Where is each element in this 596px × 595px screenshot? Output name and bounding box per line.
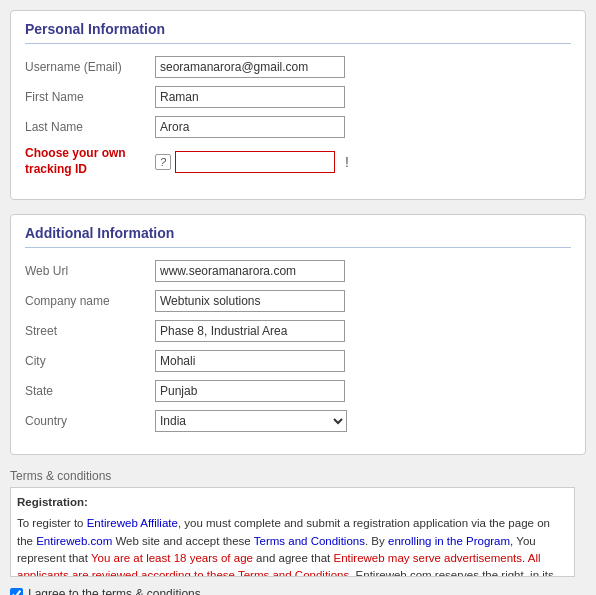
tracking-input[interactable] xyxy=(175,151,335,173)
firstname-row: First Name xyxy=(25,86,571,108)
street-label: Street xyxy=(25,324,155,338)
country-row: Country India USA UK Canada Australia xyxy=(25,410,571,432)
state-label: State xyxy=(25,384,155,398)
username-row: Username (Email) xyxy=(25,56,571,78)
terms-section: Terms & conditions Registration: To regi… xyxy=(10,469,586,577)
lastname-row: Last Name xyxy=(25,116,571,138)
terms-section-label: Terms & conditions xyxy=(10,469,586,483)
weburl-label: Web Url xyxy=(25,264,155,278)
username-label: Username (Email) xyxy=(25,60,155,74)
city-label: City xyxy=(25,354,155,368)
weburl-row: Web Url xyxy=(25,260,571,282)
weburl-input[interactable] xyxy=(155,260,345,282)
lastname-label: Last Name xyxy=(25,120,155,134)
firstname-label: First Name xyxy=(25,90,155,104)
street-input[interactable] xyxy=(155,320,345,342)
agree-row: I agree to the terms & conditions xyxy=(10,587,586,595)
agree-label: I agree to the terms & conditions xyxy=(28,587,201,595)
exclaim-icon: ! xyxy=(339,154,355,170)
help-icon: ? xyxy=(155,154,171,170)
terms-text: To register to Entireweb Affiliate, you … xyxy=(17,515,568,577)
firstname-input[interactable] xyxy=(155,86,345,108)
agree-checkbox[interactable] xyxy=(10,588,23,595)
terms-heading: Registration: xyxy=(17,494,568,511)
company-row: Company name xyxy=(25,290,571,312)
lastname-input[interactable] xyxy=(155,116,345,138)
personal-info-section: Personal Information Username (Email) Fi… xyxy=(10,10,586,200)
username-input[interactable] xyxy=(155,56,345,78)
company-label: Company name xyxy=(25,294,155,308)
tracking-input-group: ? ! xyxy=(155,151,355,173)
state-input[interactable] xyxy=(155,380,345,402)
tracking-label: Choose your own tracking ID xyxy=(25,146,155,177)
country-label: Country xyxy=(25,414,155,428)
city-input[interactable] xyxy=(155,350,345,372)
city-row: City xyxy=(25,350,571,372)
additional-info-section: Additional Information Web Url Company n… xyxy=(10,214,586,455)
additional-info-title: Additional Information xyxy=(25,225,571,248)
tracking-row: Choose your own tracking ID ? ! xyxy=(25,146,571,177)
personal-info-title: Personal Information xyxy=(25,21,571,44)
company-input[interactable] xyxy=(155,290,345,312)
street-row: Street xyxy=(25,320,571,342)
terms-box[interactable]: Registration: To register to Entireweb A… xyxy=(10,487,575,577)
country-select[interactable]: India USA UK Canada Australia xyxy=(155,410,347,432)
state-row: State xyxy=(25,380,571,402)
